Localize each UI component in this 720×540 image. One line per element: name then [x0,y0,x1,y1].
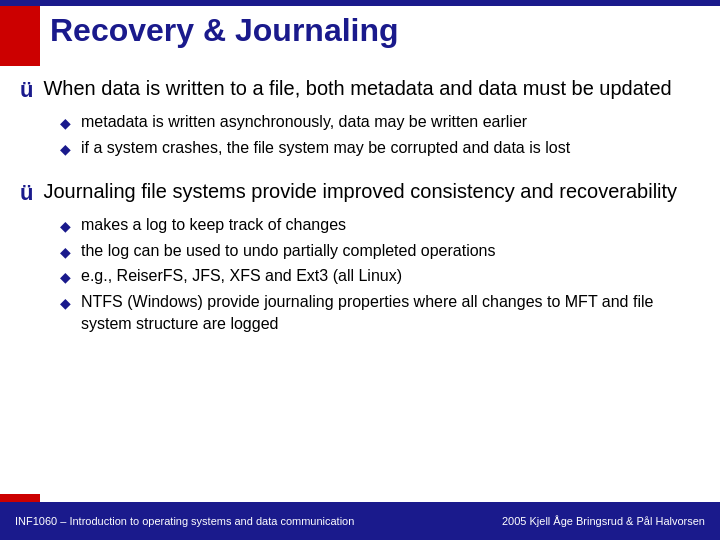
sub-bullet-2-1-text: makes a log to keep track of changes [81,214,346,236]
checkmark-icon-1: ü [20,77,33,103]
slide-content: ü When data is written to a file, both m… [20,75,700,495]
sub-bullet-1-1-text: metadata is written asynchronously, data… [81,111,527,133]
top-accent-bar [0,0,720,6]
sub-bullet-2-3: ◆ e.g., ReiserFS, JFS, XFS and Ext3 (all… [60,265,700,287]
sub-bullet-2-2: ◆ the log can be used to undo partially … [60,240,700,262]
sub-bullet-2-4: ◆ NTFS (Windows) provide journaling prop… [60,291,700,334]
main-bullet-1-text: When data is written to a file, both met… [43,75,671,101]
footer-right-text: 2005 Kjell Åge Bringsrud & Pål Halvorsen [502,515,705,527]
sub-bullet-2-2-text: the log can be used to undo partially co… [81,240,496,262]
diamond-icon-2-1: ◆ [60,218,71,234]
main-bullet-2-text: Journaling file systems provide improved… [43,178,677,204]
diamond-icon-2-3: ◆ [60,269,71,285]
footer: INF1060 – Introduction to operating syst… [0,502,720,540]
sub-bullet-2-4-text: NTFS (Windows) provide journaling proper… [81,291,700,334]
sub-bullets-1: ◆ metadata is written asynchronously, da… [60,111,700,158]
left-accent-square [0,6,40,66]
diamond-icon-1-1: ◆ [60,115,71,131]
footer-left-text: INF1060 – Introduction to operating syst… [15,515,354,527]
sub-bullet-1-1: ◆ metadata is written asynchronously, da… [60,111,700,133]
bullet-section-2: ü Journaling file systems provide improv… [20,178,700,334]
sub-bullet-2-1: ◆ makes a log to keep track of changes [60,214,700,236]
diamond-icon-1-2: ◆ [60,141,71,157]
sub-bullet-1-2: ◆ if a system crashes, the file system m… [60,137,700,159]
diamond-icon-2-2: ◆ [60,244,71,260]
bullet-section-1: ü When data is written to a file, both m… [20,75,700,158]
diamond-icon-2-4: ◆ [60,295,71,311]
sub-bullet-1-2-text: if a system crashes, the file system may… [81,137,570,159]
checkmark-icon-2: ü [20,180,33,206]
slide: Recovery & Journaling ü When data is wri… [0,0,720,540]
bottom-left-accent [0,494,40,502]
sub-bullets-2: ◆ makes a log to keep track of changes ◆… [60,214,700,334]
sub-bullet-2-3-text: e.g., ReiserFS, JFS, XFS and Ext3 (all L… [81,265,402,287]
slide-title: Recovery & Journaling [50,12,399,49]
main-bullet-1: ü When data is written to a file, both m… [20,75,700,103]
main-bullet-2: ü Journaling file systems provide improv… [20,178,700,206]
